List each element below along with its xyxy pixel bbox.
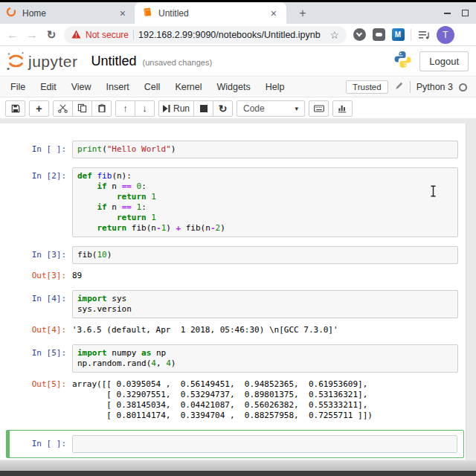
back-icon[interactable]: ←: [6, 28, 19, 42]
input-prompt: In [5]:: [6, 344, 72, 373]
maximize-window-button[interactable]: [455, 2, 475, 24]
bookmark-star-icon[interactable]: ☆: [329, 29, 339, 41]
interrupt-kernel-button[interactable]: [193, 100, 213, 117]
menu-item-edit[interactable]: Edit: [33, 82, 64, 92]
menu-item-view[interactable]: View: [64, 82, 99, 92]
code-cell-6[interactable]: In [ ]:: [0, 430, 466, 458]
code-input[interactable]: print("Hello World"): [72, 141, 458, 158]
m-extension-icon[interactable]: M: [391, 28, 405, 42]
widgets-chart-button[interactable]: [332, 100, 353, 117]
close-tab-icon[interactable]: ×: [118, 8, 128, 19]
close-tab-icon[interactable]: ×: [268, 8, 279, 19]
restart-kernel-button[interactable]: ↻: [213, 100, 233, 117]
code-cell-1[interactable]: In [ ]:print("Hello World"): [0, 141, 466, 158]
logout-button[interactable]: Logout: [419, 51, 469, 71]
menu-item-widgets[interactable]: Widgets: [210, 82, 258, 92]
code-input[interactable]: import syssys.version: [72, 290, 458, 318]
copy-cell-button[interactable]: [72, 100, 92, 117]
code-line: import numpy as np: [77, 348, 453, 358]
output-prompt: Out[4]:: [6, 321, 72, 335]
reload-icon[interactable]: ↻: [45, 28, 58, 42]
jupyter-favicon: [6, 7, 16, 19]
code-line: fib(10): [77, 250, 453, 260]
output-area: Out[5]:array([[ 0.0395054 , 0.56149451, …: [0, 376, 466, 421]
security-status[interactable]: Not secure: [86, 30, 129, 40]
menu-item-cell[interactable]: Cell: [137, 82, 168, 92]
menu-item-file[interactable]: File: [3, 82, 33, 92]
browser-toolbar: ← → ↻ Not secure 192.168.2.99:9090/noteb…: [0, 24, 476, 46]
jupyter-header: jupyter Untitled (unsaved changes) Logou…: [0, 46, 476, 77]
notebook-toolbar: + ↑ ↓ Run ↻ Code ▾: [0, 98, 476, 118]
text-cursor-pointer: [430, 185, 437, 200]
cut-cell-button[interactable]: [53, 100, 73, 117]
input-prompt: In [ ]:: [6, 141, 72, 158]
media-playlist-icon[interactable]: [417, 28, 431, 42]
code-cell-4[interactable]: In [4]:import syssys.versionOut[4]:'3.6.…: [0, 290, 466, 335]
autosave-status: (unsaved changes): [143, 58, 213, 67]
profile-avatar[interactable]: T: [437, 26, 454, 44]
url-text[interactable]: 192.168.2.99:9090/notebooks/Untitled.ipy…: [138, 30, 325, 40]
command-palette-button[interactable]: [309, 100, 329, 117]
tab-untitled[interactable]: Untitled ×: [135, 2, 286, 24]
code-input[interactable]: fib(10): [72, 246, 458, 264]
move-cell-up-button[interactable]: ↑: [115, 100, 135, 117]
new-tab-button[interactable]: +: [294, 6, 312, 21]
code-line: return fib(n-1) + fib(n-2): [77, 223, 453, 234]
code-line: import sys: [77, 294, 453, 304]
minimize-window-button[interactable]: [437, 2, 457, 24]
run-cell-button[interactable]: Run: [158, 100, 194, 117]
stop-icon: [200, 105, 208, 112]
output-area: Out[3]:89: [0, 267, 466, 281]
kernel-idle-icon: [459, 83, 467, 91]
arrow-up-icon: ↑: [123, 103, 128, 114]
notebook-site: In [ ]:print("Hello World")In [2]:def fi…: [0, 118, 476, 476]
divider: [411, 29, 411, 41]
notebook-file-icon: [142, 7, 152, 19]
plus-icon: +: [36, 102, 42, 115]
paste-cell-button[interactable]: [91, 100, 112, 117]
code-line: def fib(n):: [77, 171, 453, 181]
trusted-button[interactable]: Trusted: [346, 80, 388, 94]
selected-cell-border: In [ ]:: [6, 430, 464, 458]
code-cell-5[interactable]: In [5]:import numpy as npnp.random.rand(…: [0, 344, 466, 421]
cell-type-value: Code: [243, 103, 265, 114]
bar-chart-icon: [338, 103, 347, 113]
code-line: np.random.rand(4, 4): [77, 358, 453, 369]
pocket-extension-icon[interactable]: [353, 28, 366, 42]
code-line: if n == 1:: [77, 202, 453, 213]
move-cell-down-button[interactable]: ↓: [135, 100, 155, 117]
keyboard-icon: [314, 105, 324, 112]
address-bar[interactable]: Not secure 192.168.2.99:9090/notebooks/U…: [64, 26, 347, 44]
pencil-icon[interactable]: [394, 80, 404, 94]
extension-icon[interactable]: [372, 28, 385, 42]
copy-icon: [77, 103, 87, 113]
code-input[interactable]: import numpy as npnp.random.rand(4, 4): [72, 344, 458, 373]
add-cell-button[interactable]: +: [29, 100, 49, 117]
forward-icon[interactable]: →: [25, 28, 39, 42]
code-input[interactable]: def fib(n): if n == 0: return 1 if n == …: [72, 167, 458, 237]
input-prompt: In [3]:: [6, 246, 72, 264]
input-prompt: In [2]:: [6, 167, 72, 237]
save-button[interactable]: [5, 100, 25, 117]
tab-title: Home: [22, 8, 118, 19]
run-label: Run: [173, 103, 190, 114]
code-line: sys.version: [77, 304, 453, 315]
menu-item-insert[interactable]: Insert: [99, 82, 137, 92]
notebook-menubar: FileEditViewInsertCellKernelWidgetsHelp …: [0, 77, 476, 97]
jupyter-logo-icon: [6, 51, 25, 71]
code-line: [77, 439, 452, 449]
cell-type-dropdown[interactable]: Code ▾: [237, 100, 305, 117]
menu-item-help[interactable]: Help: [258, 82, 292, 92]
code-input[interactable]: [72, 435, 457, 453]
output-text: array([[ 0.0395054 , 0.56149451, 0.94852…: [72, 376, 458, 421]
code-cell-2[interactable]: In [2]:def fib(n): if n == 0: return 1 i…: [0, 167, 466, 237]
code-line: return 1: [77, 213, 453, 223]
arrow-down-icon: ↓: [142, 103, 147, 114]
code-cell-3[interactable]: In [3]:fib(10)Out[3]:89: [0, 246, 466, 281]
tab-title: Untitled: [158, 8, 268, 19]
menu-item-kernel[interactable]: Kernel: [167, 82, 209, 92]
tab-home[interactable]: Home ×: [0, 2, 134, 24]
notebook-title[interactable]: Untitled: [91, 54, 137, 69]
output-prompt: Out[3]:: [6, 267, 72, 281]
jupyter-logo[interactable]: jupyter: [6, 51, 78, 71]
